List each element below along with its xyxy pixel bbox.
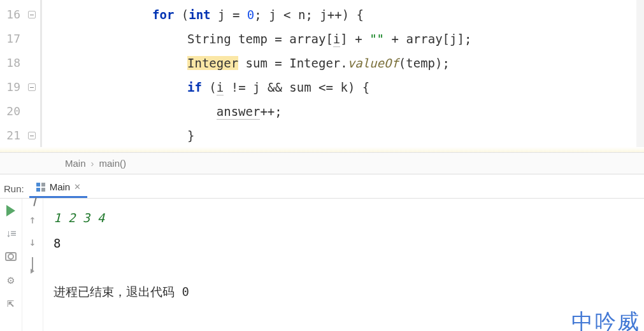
code-line[interactable]: if (i != j && sum <= k) {	[42, 75, 644, 99]
code-editor[interactable]: 16 17 18 19 20 21 for (int j = 0; j < n;…	[0, 0, 644, 153]
close-icon[interactable]: ✕	[74, 182, 81, 192]
arrow-down-icon: ↓	[29, 235, 36, 248]
code-line[interactable]: for (int j = 0; j < n; j++) {	[42, 3, 644, 27]
fold-toggle-icon[interactable]	[28, 132, 36, 139]
code-line[interactable]: }	[42, 123, 644, 148]
console-stdout: 8	[54, 230, 644, 256]
line-number: 16	[0, 3, 23, 27]
line-number: 19	[0, 75, 23, 99]
run-tool-window-header: Run: Main ✕	[0, 174, 644, 199]
export-button[interactable]: ⇱	[4, 295, 18, 309]
run-toolbar-mid: ↑ ↓	[22, 199, 43, 331]
run-config-name: Main	[50, 181, 71, 192]
export-icon: ⇱	[8, 296, 15, 309]
fold-gutter	[23, 0, 41, 152]
chevron-right-icon: ›	[90, 158, 96, 169]
breadcrumb[interactable]: Main › main()	[0, 153, 644, 174]
screenshot-button[interactable]	[4, 250, 18, 264]
play-icon	[6, 205, 15, 216]
line-number: 18	[0, 51, 23, 75]
console-exit-message: 进程已结束，退出代码 0	[54, 279, 644, 304]
run-label: Run:	[3, 183, 29, 198]
line-number-gutter: 16 17 18 19 20 21	[0, 0, 23, 152]
breadcrumb-item[interactable]: Main	[61, 158, 90, 169]
run-config-icon	[36, 182, 46, 192]
fold-toggle-icon[interactable]	[28, 11, 36, 18]
scroll-up-button[interactable]: ↑	[29, 213, 36, 226]
step-icon: ↓≡	[6, 228, 15, 239]
console-stdin: 1 2 3 4	[54, 205, 644, 230]
settings-button[interactable]: ⚙	[4, 272, 18, 286]
breadcrumb-item[interactable]: main()	[96, 158, 131, 169]
watermark-text: 中吟威	[571, 309, 640, 331]
line-number: 20	[0, 99, 23, 123]
caret-indicator	[203, 149, 212, 152]
run-config-tab[interactable]: Main ✕	[29, 179, 88, 198]
run-toolbar-left: ↓≡ ⚙ ⇱	[0, 199, 22, 331]
camera-icon	[5, 252, 17, 261]
soft-wrap-button[interactable]	[32, 257, 33, 271]
code-line[interactable]: String temp = array[i] + "" + array[j];	[42, 27, 644, 51]
line-number: 21	[0, 123, 23, 148]
gear-icon: ⚙	[8, 273, 15, 286]
soft-wrap-icon	[32, 257, 33, 272]
step-button[interactable]: ↓≡	[4, 227, 18, 241]
arrow-up-icon: ↑	[29, 213, 36, 226]
code-line[interactable]: answer++;	[42, 99, 644, 123]
scroll-down-button[interactable]: ↓	[29, 235, 36, 248]
editor-scrollbar[interactable]	[636, 0, 644, 152]
line-number: 17	[0, 27, 23, 51]
code-area[interactable]: for (int j = 0; j < n; j++) { String tem…	[42, 0, 644, 152]
rerun-button[interactable]	[4, 204, 18, 218]
fold-toggle-icon[interactable]	[28, 83, 36, 91]
code-line[interactable]: Integer sum = Integer.valueOf(temp);	[42, 51, 644, 75]
run-console[interactable]: 1 2 3 4 8 进程已结束，退出代码 0 中吟威	[43, 199, 644, 331]
